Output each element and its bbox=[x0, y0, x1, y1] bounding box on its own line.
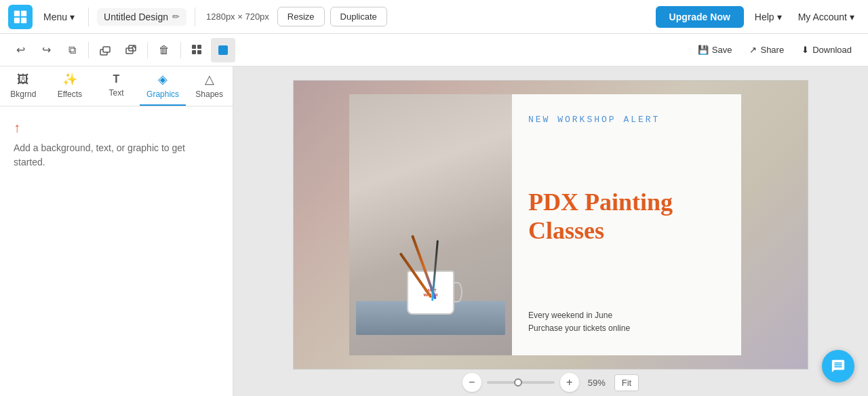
bkgrnd-icon: 🖼 bbox=[17, 73, 29, 87]
share-button[interactable]: ↗ Share bbox=[741, 41, 792, 59]
zoom-in-icon: + bbox=[566, 376, 572, 389]
document-title-area[interactable]: Untitled Design ✏ bbox=[97, 8, 186, 26]
zoom-slider[interactable] bbox=[487, 381, 555, 384]
text-icon: T bbox=[113, 73, 120, 85]
hint-text: Add a background, text, or graphic to ge… bbox=[14, 141, 219, 170]
align-button[interactable] bbox=[211, 38, 235, 62]
chat-bubble-button[interactable] bbox=[822, 350, 854, 382]
zoom-percent-label: 59% bbox=[585, 378, 609, 388]
save-icon: 💾 bbox=[698, 45, 709, 55]
design-canvas[interactable]: PAINTWATER NEW WORKSHOP ALERT bbox=[293, 80, 808, 370]
download-icon: ⬇ bbox=[802, 45, 809, 55]
svg-rect-3 bbox=[21, 17, 26, 22]
undo-button[interactable]: ↩ bbox=[8, 38, 33, 62]
canvas-text-area: NEW WORKSHOP ALERT PDX Painting Classes … bbox=[512, 94, 741, 355]
toolbar-left: ↩ ↪ ⧉ 🗑 bbox=[8, 38, 235, 62]
canvas-area: PAINTWATER NEW WORKSHOP ALERT bbox=[233, 66, 868, 396]
sidebar-tab-bkgrnd[interactable]: 🖼 Bkgrnd bbox=[0, 66, 47, 106]
layer-down-button[interactable] bbox=[93, 38, 117, 62]
layer-up-button[interactable] bbox=[119, 38, 143, 62]
zoom-bar: − + 59% Fit bbox=[233, 369, 868, 396]
zoom-slider-thumb bbox=[514, 378, 522, 387]
menu-chevron-icon: ▾ bbox=[70, 12, 75, 22]
zoom-out-icon: − bbox=[469, 376, 475, 389]
svg-rect-10 bbox=[192, 50, 196, 54]
svg-rect-8 bbox=[192, 45, 196, 49]
help-chevron-icon: ▾ bbox=[777, 12, 782, 22]
shapes-icon: △ bbox=[205, 72, 214, 87]
main-layout: 🖼 Bkgrnd ✨ Effects T Text ◈ Graphics △ S… bbox=[0, 66, 868, 396]
divider bbox=[180, 42, 181, 58]
toolbar: ↩ ↪ ⧉ 🗑 bbox=[0, 34, 868, 66]
svg-rect-1 bbox=[21, 10, 26, 16]
mug-handle bbox=[453, 282, 462, 302]
divider bbox=[195, 7, 195, 26]
save-button[interactable]: 💾 Save bbox=[690, 41, 741, 59]
sidebar-tab-graphics[interactable]: ◈ Graphics bbox=[140, 66, 186, 106]
canvas-title: PDX Painting Classes bbox=[528, 189, 725, 245]
svg-rect-11 bbox=[197, 50, 201, 54]
effects-icon: ✨ bbox=[62, 72, 77, 87]
download-button[interactable]: ⬇ Download bbox=[793, 41, 860, 59]
paint-mug: PAINTWATER bbox=[407, 271, 454, 315]
sidebar: 🖼 Bkgrnd ✨ Effects T Text ◈ Graphics △ S… bbox=[0, 66, 233, 396]
canvas-title-area: PDX Painting Classes bbox=[528, 189, 725, 245]
myaccount-chevron-icon: ▾ bbox=[850, 12, 854, 22]
duplicate-button[interactable]: Duplicate bbox=[330, 7, 387, 26]
edit-title-icon: ✏ bbox=[172, 12, 180, 22]
svg-rect-9 bbox=[197, 45, 201, 49]
canvas-subtitle: NEW WORKSHOP ALERT bbox=[528, 115, 725, 125]
svg-rect-0 bbox=[14, 10, 20, 16]
mug-scene: PAINTWATER bbox=[349, 94, 512, 355]
sidebar-tab-shapes[interactable]: △ Shapes bbox=[186, 66, 233, 106]
upgrade-now-button[interactable]: Upgrade Now bbox=[656, 6, 744, 28]
zoom-out-button[interactable]: − bbox=[462, 373, 481, 392]
zoom-in-button[interactable]: + bbox=[560, 373, 579, 392]
svg-rect-12 bbox=[218, 45, 228, 55]
navbar: Menu ▾ Untitled Design ✏ 1280px × 720px … bbox=[0, 0, 868, 34]
copy-button[interactable]: ⧉ bbox=[60, 38, 84, 62]
canvas-footer: Every weekend in June Purchase your tick… bbox=[528, 309, 725, 335]
divider bbox=[88, 42, 89, 58]
fit-button[interactable]: Fit bbox=[614, 374, 639, 391]
canvas-subtitle-area: NEW WORKSHOP ALERT bbox=[528, 115, 725, 125]
sidebar-tab-text[interactable]: T Text bbox=[93, 66, 140, 106]
canvas-inner: PAINTWATER NEW WORKSHOP ALERT bbox=[349, 94, 741, 355]
svg-rect-2 bbox=[14, 17, 20, 22]
toolbar-right: 💾 Save ↗ Share ⬇ Download bbox=[690, 41, 860, 59]
divider bbox=[147, 42, 148, 58]
canvas-photo-area: PAINTWATER bbox=[349, 94, 512, 355]
myaccount-button[interactable]: My Account ▾ bbox=[793, 7, 860, 26]
sidebar-tabs: 🖼 Bkgrnd ✨ Effects T Text ◈ Graphics △ S… bbox=[0, 66, 233, 106]
divider bbox=[88, 7, 89, 26]
hint-arrow-icon: ↑ bbox=[14, 120, 219, 136]
document-title: Untitled Design bbox=[104, 12, 168, 22]
resize-button[interactable]: Resize bbox=[277, 7, 325, 26]
canvas-dimensions: 1280px × 720px bbox=[203, 12, 272, 22]
grid-button[interactable] bbox=[185, 38, 210, 62]
menu-button[interactable]: Menu ▾ bbox=[38, 7, 80, 26]
sidebar-tab-effects[interactable]: ✨ Effects bbox=[47, 66, 94, 106]
graphics-icon: ◈ bbox=[158, 72, 167, 87]
svg-rect-5 bbox=[103, 47, 110, 52]
delete-button[interactable]: 🗑 bbox=[152, 38, 176, 62]
app-logo[interactable] bbox=[8, 5, 33, 29]
redo-button[interactable]: ↪ bbox=[34, 38, 58, 62]
help-button[interactable]: Help ▾ bbox=[749, 7, 787, 26]
canvas-wrapper: PAINTWATER NEW WORKSHOP ALERT bbox=[293, 80, 808, 370]
share-icon: ↗ bbox=[749, 45, 757, 55]
sidebar-content: ↑ Add a background, text, or graphic to … bbox=[0, 106, 233, 183]
